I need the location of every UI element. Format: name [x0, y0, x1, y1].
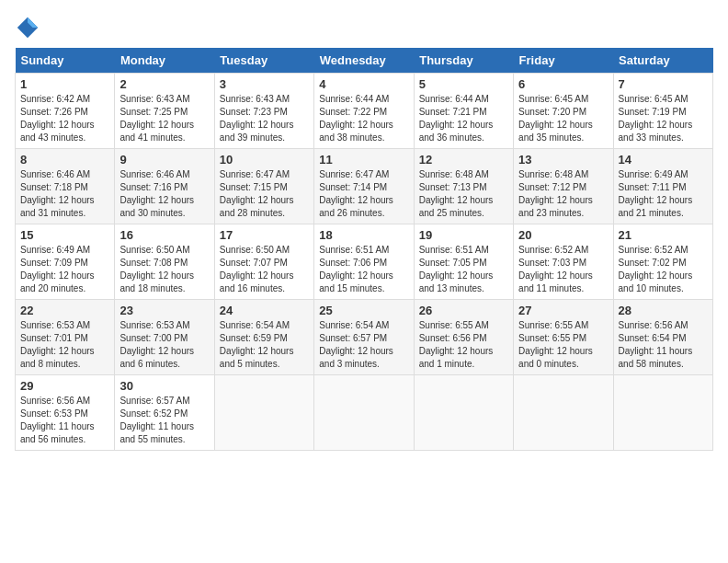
day-number: 28 — [619, 304, 708, 317]
calendar-cell: 26Sunrise: 6:55 AMSunset: 6:56 PMDayligh… — [414, 300, 513, 375]
cell-info: Sunrise: 6:55 AMSunset: 6:55 PMDaylight:… — [518, 320, 593, 369]
calendar-cell: 22Sunrise: 6:53 AMSunset: 7:01 PMDayligh… — [16, 300, 115, 375]
day-number: 26 — [419, 304, 508, 317]
calendar-cell: 7Sunrise: 6:45 AMSunset: 7:19 PMDaylight… — [613, 74, 712, 149]
cell-info: Sunrise: 6:44 AMSunset: 7:22 PMDaylight:… — [319, 94, 393, 143]
logo-icon — [15, 15, 40, 40]
cell-info: Sunrise: 6:52 AMSunset: 7:03 PMDaylight:… — [518, 245, 593, 293]
cell-info: Sunrise: 6:51 AMSunset: 7:06 PMDaylight:… — [319, 245, 393, 293]
cell-info: Sunrise: 6:48 AMSunset: 7:12 PMDaylight:… — [518, 169, 593, 218]
cell-info: Sunrise: 6:49 AMSunset: 7:11 PMDaylight:… — [619, 169, 693, 218]
day-number: 14 — [619, 153, 708, 167]
day-number: 13 — [518, 153, 608, 167]
day-number: 25 — [319, 304, 408, 317]
day-header-thursday: Thursday — [414, 48, 513, 74]
logo — [15, 15, 44, 40]
calendar-cell: 27Sunrise: 6:55 AMSunset: 6:55 PMDayligh… — [514, 300, 613, 375]
calendar-cell: 4Sunrise: 6:44 AMSunset: 7:22 PMDaylight… — [314, 74, 414, 149]
cell-info: Sunrise: 6:50 AMSunset: 7:07 PMDaylight:… — [220, 245, 294, 293]
day-header-sunday: Sunday — [16, 48, 115, 74]
day-number: 18 — [319, 228, 408, 242]
page-header — [15, 15, 713, 40]
calendar-cell — [314, 375, 414, 451]
week-row-3: 15Sunrise: 6:49 AMSunset: 7:09 PMDayligh… — [16, 224, 713, 300]
cell-info: Sunrise: 6:45 AMSunset: 7:19 PMDaylight:… — [619, 94, 693, 143]
day-number: 10 — [220, 153, 309, 167]
calendar-cell: 3Sunrise: 6:43 AMSunset: 7:23 PMDaylight… — [214, 74, 313, 149]
cell-info: Sunrise: 6:45 AMSunset: 7:20 PMDaylight:… — [518, 94, 593, 143]
calendar-cell: 21Sunrise: 6:52 AMSunset: 7:02 PMDayligh… — [613, 224, 712, 300]
cell-info: Sunrise: 6:50 AMSunset: 7:08 PMDaylight:… — [119, 245, 194, 293]
day-number: 5 — [419, 77, 508, 91]
day-number: 21 — [619, 228, 708, 242]
week-row-1: 1Sunrise: 6:42 AMSunset: 7:26 PMDaylight… — [16, 74, 713, 149]
day-header-friday: Friday — [514, 48, 613, 74]
calendar-cell: 23Sunrise: 6:53 AMSunset: 7:00 PMDayligh… — [115, 300, 214, 375]
cell-info: Sunrise: 6:43 AMSunset: 7:23 PMDaylight:… — [220, 94, 294, 143]
day-number: 6 — [518, 77, 608, 91]
week-row-2: 8Sunrise: 6:46 AMSunset: 7:18 PMDaylight… — [16, 149, 713, 224]
day-number: 15 — [20, 228, 109, 242]
calendar-cell: 5Sunrise: 6:44 AMSunset: 7:21 PMDaylight… — [414, 74, 513, 149]
cell-info: Sunrise: 6:56 AMSunset: 6:53 PMDaylight:… — [20, 396, 95, 444]
cell-info: Sunrise: 6:49 AMSunset: 7:09 PMDaylight:… — [20, 245, 95, 293]
cell-info: Sunrise: 6:46 AMSunset: 7:16 PMDaylight:… — [119, 169, 194, 218]
calendar-cell: 2Sunrise: 6:43 AMSunset: 7:25 PMDaylight… — [115, 74, 214, 149]
calendar-cell — [414, 375, 513, 451]
calendar-cell: 17Sunrise: 6:50 AMSunset: 7:07 PMDayligh… — [214, 224, 313, 300]
day-number: 20 — [518, 228, 608, 242]
calendar-cell: 8Sunrise: 6:46 AMSunset: 7:18 PMDaylight… — [16, 149, 115, 224]
cell-info: Sunrise: 6:43 AMSunset: 7:25 PMDaylight:… — [119, 94, 194, 143]
calendar-cell — [514, 375, 613, 451]
day-number: 2 — [119, 77, 209, 91]
cell-info: Sunrise: 6:57 AMSunset: 6:52 PMDaylight:… — [119, 396, 194, 444]
calendar-cell: 30Sunrise: 6:57 AMSunset: 6:52 PMDayligh… — [115, 375, 214, 451]
cell-info: Sunrise: 6:54 AMSunset: 6:59 PMDaylight:… — [220, 320, 294, 369]
day-header-wednesday: Wednesday — [314, 48, 414, 74]
cell-info: Sunrise: 6:51 AMSunset: 7:05 PMDaylight:… — [419, 245, 494, 293]
cell-info: Sunrise: 6:54 AMSunset: 6:57 PMDaylight:… — [319, 320, 393, 369]
day-number: 30 — [119, 379, 209, 393]
day-number: 12 — [419, 153, 508, 167]
header-row: SundayMondayTuesdayWednesdayThursdayFrid… — [16, 48, 713, 74]
calendar-cell: 13Sunrise: 6:48 AMSunset: 7:12 PMDayligh… — [514, 149, 613, 224]
calendar-cell: 9Sunrise: 6:46 AMSunset: 7:16 PMDaylight… — [115, 149, 214, 224]
cell-info: Sunrise: 6:48 AMSunset: 7:13 PMDaylight:… — [419, 169, 494, 218]
calendar-cell: 25Sunrise: 6:54 AMSunset: 6:57 PMDayligh… — [314, 300, 414, 375]
day-number: 9 — [119, 153, 209, 167]
cell-info: Sunrise: 6:55 AMSunset: 6:56 PMDaylight:… — [419, 320, 494, 369]
calendar-cell: 15Sunrise: 6:49 AMSunset: 7:09 PMDayligh… — [16, 224, 115, 300]
day-number: 3 — [220, 77, 309, 91]
calendar-cell: 14Sunrise: 6:49 AMSunset: 7:11 PMDayligh… — [613, 149, 712, 224]
calendar-cell: 12Sunrise: 6:48 AMSunset: 7:13 PMDayligh… — [414, 149, 513, 224]
calendar-cell: 6Sunrise: 6:45 AMSunset: 7:20 PMDaylight… — [514, 74, 613, 149]
day-number: 22 — [20, 304, 109, 317]
calendar-cell — [613, 375, 712, 451]
day-number: 7 — [619, 77, 708, 91]
calendar-cell: 10Sunrise: 6:47 AMSunset: 7:15 PMDayligh… — [214, 149, 313, 224]
day-number: 23 — [119, 304, 209, 317]
day-header-saturday: Saturday — [613, 48, 712, 74]
day-number: 29 — [20, 379, 109, 393]
week-row-4: 22Sunrise: 6:53 AMSunset: 7:01 PMDayligh… — [16, 300, 713, 375]
calendar-cell: 16Sunrise: 6:50 AMSunset: 7:08 PMDayligh… — [115, 224, 214, 300]
day-number: 16 — [119, 228, 209, 242]
cell-info: Sunrise: 6:44 AMSunset: 7:21 PMDaylight:… — [419, 94, 494, 143]
day-header-tuesday: Tuesday — [214, 48, 313, 74]
week-row-5: 29Sunrise: 6:56 AMSunset: 6:53 PMDayligh… — [16, 375, 713, 451]
calendar-cell: 18Sunrise: 6:51 AMSunset: 7:06 PMDayligh… — [314, 224, 414, 300]
day-number: 11 — [319, 153, 408, 167]
cell-info: Sunrise: 6:52 AMSunset: 7:02 PMDaylight:… — [619, 245, 693, 293]
calendar-cell: 28Sunrise: 6:56 AMSunset: 6:54 PMDayligh… — [613, 300, 712, 375]
day-header-monday: Monday — [115, 48, 214, 74]
calendar-cell: 24Sunrise: 6:54 AMSunset: 6:59 PMDayligh… — [214, 300, 313, 375]
cell-info: Sunrise: 6:47 AMSunset: 7:14 PMDaylight:… — [319, 169, 393, 218]
cell-info: Sunrise: 6:53 AMSunset: 7:00 PMDaylight:… — [119, 320, 194, 369]
day-number: 17 — [220, 228, 309, 242]
day-number: 19 — [419, 228, 508, 242]
calendar-cell — [214, 375, 313, 451]
cell-info: Sunrise: 6:42 AMSunset: 7:26 PMDaylight:… — [20, 94, 95, 143]
calendar-cell: 11Sunrise: 6:47 AMSunset: 7:14 PMDayligh… — [314, 149, 414, 224]
day-number: 8 — [20, 153, 109, 167]
calendar-cell: 19Sunrise: 6:51 AMSunset: 7:05 PMDayligh… — [414, 224, 513, 300]
